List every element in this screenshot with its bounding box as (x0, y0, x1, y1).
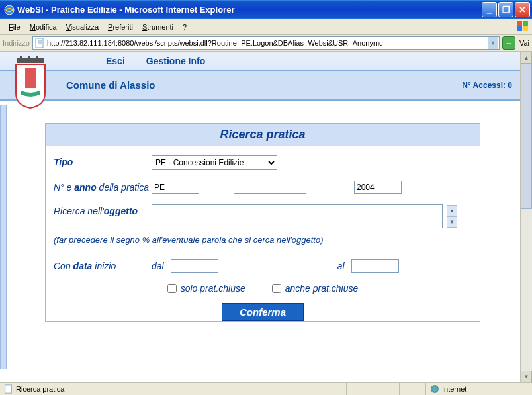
sub-header: Comune di Alassio N° Accessi: 0 (0, 70, 520, 99)
num-value-input[interactable] (234, 181, 306, 194)
oggetto-input[interactable] (152, 204, 443, 228)
page-icon (34, 38, 45, 48)
menu-help[interactable]: ? (178, 21, 191, 33)
numero-label: N° e anno della pratica (54, 181, 152, 193)
windows-flag-icon (516, 21, 529, 32)
nav-gestione-info[interactable]: Gestione Info (146, 56, 205, 66)
data-from-input[interactable] (171, 259, 218, 273)
row-data: Con data inizio dal al (54, 259, 472, 273)
status-left: Ricerca pratica (0, 383, 347, 395)
go-button[interactable]: → (502, 36, 515, 50)
status-zone: Internet (426, 383, 532, 395)
scroll-down-button[interactable]: ▼ (521, 371, 532, 382)
globe-icon (430, 384, 439, 394)
form-title: Ricerca pratica (45, 123, 480, 146)
checkbox-row: solo prat.chiuse anche prat.chiuse (54, 283, 472, 294)
svg-rect-3 (517, 26, 522, 31)
confirm-button[interactable]: Conferma (222, 303, 304, 321)
chk-solo-label[interactable]: solo prat.chiuse (167, 283, 245, 294)
left-panel-stub (0, 105, 7, 369)
data-to-input[interactable] (351, 259, 399, 273)
go-label: Vai (518, 39, 529, 47)
window-close-button[interactable]: ✕ (515, 2, 530, 17)
app-header: Esci Gestione Info Comune di Alassio N° … (0, 52, 520, 101)
page-content: Esci Gestione Info Comune di Alassio N° … (0, 52, 520, 382)
menu-preferiti[interactable]: Preferiti (103, 21, 138, 33)
vertical-scrollbar[interactable]: ▲ ▼ (520, 52, 532, 382)
row-numero: N° e anno della pratica (54, 181, 472, 194)
scroll-up-button[interactable]: ▲ (521, 52, 532, 64)
address-field-wrapper: ▼ (32, 36, 500, 50)
url-input[interactable] (47, 39, 488, 47)
org-name: Comune di Alassio (66, 79, 155, 91)
crest-icon (9, 55, 52, 109)
status-blank1 (347, 383, 373, 395)
dal-label: dal (152, 261, 164, 271)
svg-rect-7 (5, 385, 12, 393)
window-maximize-button[interactable]: ❐ (498, 2, 513, 17)
window-titlebar: WebSI - Pratiche Edilizie - Microsoft In… (0, 0, 532, 19)
menu-file[interactable]: File (4, 21, 25, 33)
menu-strumenti[interactable]: Strumenti (138, 21, 178, 33)
window-minimize-button[interactable]: _ (482, 2, 497, 17)
window-title: WebSI - Pratiche Edilizie - Microsoft In… (17, 5, 482, 15)
address-bar: Indirizzo ▼ → Vai (0, 35, 532, 52)
chk-anche[interactable] (272, 284, 281, 293)
chk-solo[interactable] (167, 284, 177, 293)
num-year-input[interactable] (354, 181, 402, 194)
status-blank2 (373, 383, 400, 395)
ie-icon (4, 5, 15, 15)
row-oggetto: Ricerca nell'oggetto ▲▼ (54, 204, 472, 228)
al-label: al (337, 261, 345, 271)
menu-modifica[interactable]: Modifica (25, 21, 62, 33)
chk-anche-label[interactable]: anche prat.chiuse (272, 283, 359, 294)
menu-bar: File Modifica Visualizza Preferiti Strum… (0, 19, 532, 35)
row-tipo: Tipo PE - Concessioni Edilizie (54, 155, 472, 170)
access-count: N° Accessi: 0 (462, 81, 512, 90)
status-bar: Ricerca pratica Internet (0, 382, 532, 395)
oggetto-label: Ricerca nell'oggetto (54, 204, 152, 216)
oggetto-spinner[interactable]: ▲▼ (447, 205, 457, 228)
menu-visualizza[interactable]: Visualizza (62, 21, 103, 33)
hint-text: (far precedere il segno % all'eventuale … (54, 235, 472, 245)
nav-esci[interactable]: Esci (106, 56, 125, 66)
data-label: Con data inizio (54, 259, 152, 271)
top-nav: Esci Gestione Info (0, 52, 520, 70)
num-prefix-input[interactable] (152, 181, 199, 194)
svg-rect-6 (25, 68, 36, 88)
tipo-label: Tipo (54, 157, 73, 167)
scroll-thumb[interactable] (521, 64, 532, 209)
address-label: Indirizzo (3, 39, 30, 47)
svg-rect-4 (523, 26, 528, 31)
svg-rect-2 (523, 21, 528, 26)
svg-rect-1 (517, 21, 522, 26)
tipo-select[interactable]: PE - Concessioni Edilizie (152, 155, 277, 170)
search-form: Ricerca pratica Tipo PE - Concessioni Ed… (45, 123, 480, 322)
page-icon (4, 384, 13, 394)
url-dropdown-button[interactable]: ▼ (488, 37, 498, 49)
status-blank3 (400, 383, 426, 395)
